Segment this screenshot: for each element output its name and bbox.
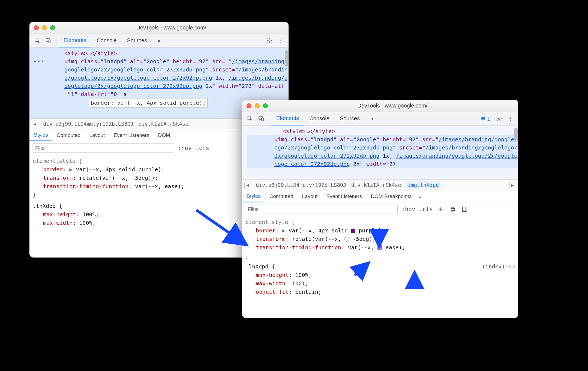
text: 100% [292, 280, 305, 287]
device-toggle-icon[interactable] [256, 114, 266, 124]
attr-value: "lnXdpd" [100, 58, 127, 65]
prop-name: max-height [256, 272, 289, 278]
zoom-window-button[interactable] [263, 103, 268, 108]
attr-name: width [366, 161, 383, 167]
close-window-button[interactable] [247, 103, 251, 108]
subtab-eventlisteners[interactable]: Event Listeners [109, 129, 154, 141]
scrollbar[interactable] [514, 128, 518, 141]
scrollbar[interactable] [285, 50, 288, 67]
styles-subtabs: Styles Computed Layout Event Listeners D… [242, 190, 518, 202]
selector: .lnXdpd { [245, 263, 275, 270]
new-rule-icon[interactable] [437, 205, 445, 213]
subtab-styles[interactable]: Styles [242, 190, 265, 202]
subtab-computed[interactable]: Computed [265, 190, 298, 202]
tab-more[interactable]: » [153, 34, 165, 47]
close-window-button[interactable] [34, 25, 39, 30]
attr-value: "272" [238, 83, 255, 89]
svg-point-11 [510, 116, 511, 117]
attr-value: "0" [110, 91, 120, 97]
text: , [99, 166, 106, 173]
crumb-prev-icon[interactable]: ◂ [244, 182, 251, 188]
crumb-item[interactable]: div.o3j99.LLD4me.yr19Zb.LS8OJ [256, 182, 346, 188]
tab-more[interactable]: » [366, 112, 377, 125]
dom-tree[interactable]: <style>…</style> <img class="lnXdpd" alt… [242, 125, 518, 179]
crumb-item-selected[interactable]: img.lnXdpd [406, 181, 440, 189]
minimize-window-button[interactable] [255, 103, 260, 108]
ellipsis-icon[interactable]: ••• [33, 57, 45, 65]
svg-point-4 [280, 38, 281, 39]
prop-name: max-width [43, 220, 73, 226]
text: , [158, 183, 164, 190]
expand-icon[interactable]: ▶ [282, 227, 285, 234]
svg-point-12 [510, 118, 511, 119]
subtab-dombreakpoints[interactable]: DOM Breakpoints [366, 190, 416, 202]
text: purple [138, 166, 158, 173]
filter-row: :hov .cls [242, 202, 518, 216]
subtab-eventlisteners[interactable]: Event Listeners [322, 190, 366, 202]
gear-icon[interactable] [494, 114, 504, 124]
inline-style-edit[interactable]: border: var(--x, 4px solid purple); [89, 98, 208, 107]
svg-rect-9 [262, 118, 263, 121]
text: 4px solid [106, 166, 138, 173]
kebab-icon[interactable] [506, 114, 515, 124]
hov-toggle[interactable]: :hov [401, 206, 415, 213]
crumb-prev-icon[interactable]: ◂ [32, 121, 38, 127]
crumb-item[interactable]: div.k1zIA.rSk4se [351, 182, 401, 188]
zoom-window-button[interactable] [50, 25, 55, 30]
subtab-styles[interactable]: Styles [29, 129, 52, 141]
attr-name: width [219, 83, 235, 89]
tab-sources[interactable]: Sources [335, 112, 364, 125]
print-icon[interactable] [449, 205, 457, 213]
inspect-icon[interactable] [32, 36, 42, 46]
bezier-swatch-icon[interactable] [377, 245, 382, 250]
text: 100% [79, 220, 92, 226]
styles-filter-input[interactable] [245, 205, 398, 214]
tab-sources[interactable]: Sources [123, 34, 151, 47]
crumb-item[interactable]: div.k1zIA.rSk4se [139, 121, 188, 127]
crumb-item[interactable]: div.o3j99.LLD4me.yr19Zb.LS8OJ [43, 121, 134, 127]
gear-icon[interactable] [265, 36, 274, 46]
attr-name: srcset [399, 144, 419, 151]
kebab-icon[interactable] [276, 36, 286, 46]
messages-badge[interactable]: 1 [478, 115, 493, 122]
prop-name: max-width [256, 280, 285, 287]
styles-filter-input[interactable] [32, 143, 174, 153]
expand-icon[interactable]: ▶ [69, 166, 73, 173]
computed-panel-icon[interactable] [461, 205, 469, 213]
tab-elements[interactable]: Elements [272, 112, 303, 125]
attr-value: "27 [386, 161, 396, 167]
text: contain [295, 289, 318, 295]
tab-console[interactable]: Console [92, 34, 121, 47]
prop-name: object-fit [256, 289, 289, 295]
subtab-dom[interactable]: DOM [154, 129, 174, 141]
color-swatch-icon[interactable] [351, 229, 355, 233]
text: , [125, 175, 132, 181]
svg-point-13 [510, 120, 511, 121]
cls-toggle[interactable]: .cls [196, 145, 209, 151]
subtab-layout[interactable]: Layout [85, 129, 109, 141]
tab-elements[interactable]: Elements [59, 34, 91, 47]
cls-toggle[interactable]: .cls [419, 206, 433, 213]
inspect-icon[interactable] [245, 114, 255, 124]
attr-value: "Google" [143, 58, 169, 65]
prop-name: max-height [43, 211, 76, 218]
source-link[interactable]: (index):63 [482, 262, 515, 271]
device-toggle-icon[interactable] [44, 36, 53, 46]
minimize-window-button[interactable] [42, 25, 47, 30]
tab-console[interactable]: Console [305, 112, 334, 125]
crumb-next-icon[interactable]: ▸ [509, 182, 516, 188]
subtab-layout[interactable]: Layout [298, 190, 322, 202]
attr-name: src [422, 136, 432, 143]
text: purple [359, 227, 378, 234]
hov-toggle[interactable]: :hov [178, 145, 192, 151]
attr-name: src [212, 58, 222, 65]
text: -5deg [132, 175, 148, 181]
angle-swatch-icon[interactable] [344, 237, 349, 242]
styles-rules[interactable]: element.style { border: ▶ var(--x, 4px s… [242, 216, 518, 298]
subtab-more[interactable]: » [416, 193, 424, 199]
prop-value: var( [76, 166, 89, 173]
prop-name: transition-timing-function [43, 183, 128, 190]
prop-name: transform [256, 236, 285, 242]
subtab-computed[interactable]: Computed [52, 129, 85, 141]
selector: element.style { [33, 158, 82, 164]
